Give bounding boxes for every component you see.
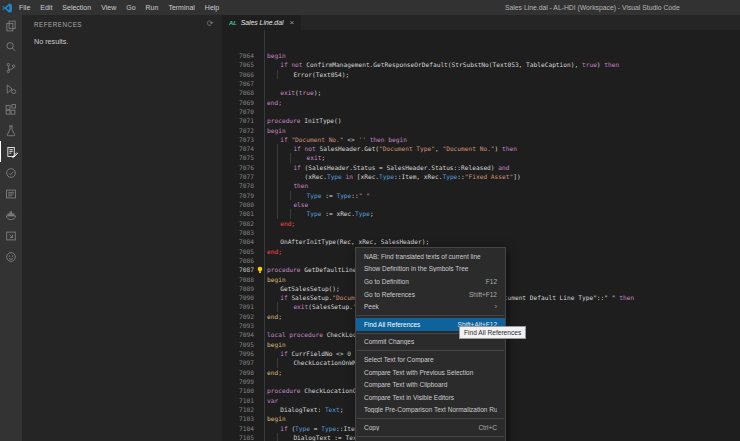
menu-item-compare-text-in-visible-editors[interactable]: Compare Text in Visible Editors — [356, 391, 505, 404]
code-text: Type := xRec.Type; — [267, 209, 374, 218]
code-line[interactable]: 7078then — [222, 181, 740, 190]
gutter-space — [254, 163, 267, 172]
feedback-icon[interactable] — [0, 246, 22, 267]
menu-item-nab-find-translated-texts-of-current-line[interactable]: NAB: Find translated texts of current li… — [356, 250, 505, 263]
line-number: 7076 — [222, 163, 254, 172]
activity-bar — [0, 15, 22, 441]
gutter-space — [254, 368, 267, 377]
explorer-icon[interactable] — [0, 15, 22, 36]
menu-item-compare-text-with-clipboard[interactable]: Compare Text with Clipboard — [356, 378, 505, 391]
line-number: 7068 — [222, 88, 254, 97]
gutter-space — [254, 330, 267, 339]
output-list-icon[interactable] — [0, 183, 22, 204]
code-text: begin — [267, 126, 286, 135]
code-line[interactable]: 7082end; — [222, 219, 740, 228]
menu-item-label: Go to Definition — [364, 278, 480, 285]
line-number: 7093 — [222, 321, 254, 330]
menu-item-label: Toggle Pre-Comparison Text Normalization… — [364, 406, 497, 413]
menu-item-peek[interactable]: Peek› — [356, 300, 505, 313]
code-text: var — [267, 396, 278, 405]
vscode-logo-icon[interactable] — [0, 0, 14, 15]
gutter-space — [254, 228, 267, 237]
refresh-icon[interactable]: ⟳ — [207, 20, 214, 28]
code-line[interactable]: 7077 (xRec.Type in [xRec.Type::Item, xRe… — [222, 172, 740, 181]
code-text: begin — [267, 51, 286, 60]
code-line[interactable]: 7069end; — [222, 98, 740, 107]
menubar-item-run[interactable]: Run — [141, 0, 164, 15]
code-line[interactable]: 7081Type := xRec.Type; — [222, 209, 740, 218]
line-number: 7065 — [222, 60, 254, 69]
gutter-space — [254, 70, 267, 79]
references-panel-title: REFERENCES — [34, 21, 82, 28]
line-number: 7103 — [222, 414, 254, 423]
references-panel-header: REFERENCES ⟳ — [22, 15, 222, 28]
menubar-item-file[interactable]: File — [14, 0, 35, 15]
line-number: 7102 — [222, 405, 254, 414]
line-number: 7072 — [222, 126, 254, 135]
code-text: end; — [267, 247, 282, 256]
code-line[interactable]: 7076if (SalesHeader.Status = SalesHeader… — [222, 163, 740, 172]
line-number: 7080 — [222, 200, 254, 209]
gutter-space — [254, 293, 267, 302]
gutter-space — [254, 386, 267, 395]
tab-close-icon[interactable]: × — [289, 18, 294, 27]
code-line[interactable]: 7075exit; — [222, 153, 740, 162]
code-line[interactable]: 7080else — [222, 200, 740, 209]
menubar-item-selection[interactable]: Selection — [57, 0, 96, 15]
code-line[interactable]: 7084OnAfterInitType(Rec, xRec, SalesHead… — [222, 237, 740, 246]
code-line[interactable]: 7070 — [222, 107, 740, 116]
menu-item-compare-text-with-previous-selection[interactable]: Compare Text with Previous Selection — [356, 366, 505, 379]
menu-item-show-definition-in-the-symbols-tree[interactable]: Show Definition in the Symbols Tree — [356, 263, 505, 276]
gutter-space — [254, 172, 267, 181]
gutter-space — [254, 321, 267, 330]
gutter-space — [254, 51, 267, 60]
menu-item-toggle-pre-comparison-text-normalization-rules[interactable]: Toggle Pre-Comparison Text Normalization… — [356, 404, 505, 417]
menubar-item-help[interactable]: Help — [200, 0, 224, 15]
lightbulb-icon[interactable] — [254, 265, 267, 274]
menubar-item-go[interactable]: Go — [121, 0, 140, 15]
code-line[interactable]: 7071procedure InitType() — [222, 116, 740, 125]
line-number: 7067 — [222, 79, 254, 88]
code-line[interactable]: 7065if not ConfirmManagement.GetResponse… — [222, 60, 740, 69]
code-line[interactable]: 7072begin — [222, 126, 740, 135]
menu-item-copy[interactable]: CopyCtrl+C — [356, 421, 505, 434]
source-control-icon[interactable] — [0, 57, 22, 78]
code-line[interactable]: 7074if not SalesHeader.Get("Document Typ… — [222, 144, 740, 153]
menu-item-go-to-definition[interactable]: Go to DefinitionF12 — [356, 275, 505, 288]
menu-item-label: Commit Changes — [364, 338, 497, 345]
code-line[interactable]: 7066Error(Text054); — [222, 70, 740, 79]
line-number: 7101 — [222, 396, 254, 405]
tab-sales-line[interactable]: AL Sales Line.dal × — [222, 15, 301, 30]
menu-item-label: Compare Text in Visible Editors — [364, 394, 497, 401]
extensions-icon[interactable] — [0, 99, 22, 120]
line-number: 7099 — [222, 377, 254, 386]
code-line[interactable]: 7067 — [222, 79, 740, 88]
menubar-item-terminal[interactable]: Terminal — [163, 0, 199, 15]
code-line[interactable]: 7064begin — [222, 51, 740, 60]
code-text: GetSalesSetup(); — [267, 284, 340, 293]
todo-check-icon[interactable] — [0, 162, 22, 183]
menu-item-go-to-references[interactable]: Go to ReferencesShift+F12 — [356, 288, 505, 301]
al-object-designer-icon[interactable] — [0, 141, 22, 162]
run-debug-icon[interactable] — [0, 78, 22, 99]
menubar-item-edit[interactable]: Edit — [35, 0, 57, 15]
code-text: begin — [267, 414, 286, 423]
gutter-space — [254, 237, 267, 246]
menu-item-select-text-for-compare[interactable]: Select Text for Compare — [356, 353, 505, 366]
code-line[interactable]: 7083 — [222, 228, 740, 237]
search-icon[interactable] — [0, 36, 22, 57]
gutter-space — [254, 116, 267, 125]
code-line[interactable]: 7068exit(true); — [222, 88, 740, 97]
test-explorer-icon[interactable] — [0, 120, 22, 141]
menu-item-label: Compare Text with Previous Selection — [364, 369, 497, 376]
menubar-item-view[interactable]: View — [96, 0, 121, 15]
line-number: 7074 — [222, 144, 254, 153]
code-line[interactable]: 7079Type := Type::" " — [222, 191, 740, 200]
menu-item-shortcut: Shift+F12 — [469, 291, 497, 298]
remote-window-icon[interactable] — [0, 225, 22, 246]
line-number: 7100 — [222, 386, 254, 395]
line-number: 7094 — [222, 330, 254, 339]
code-line[interactable]: 7073if "Document No." <> '' then begin — [222, 135, 740, 144]
docker-icon[interactable] — [0, 204, 22, 225]
line-number: 7077 — [222, 172, 254, 181]
